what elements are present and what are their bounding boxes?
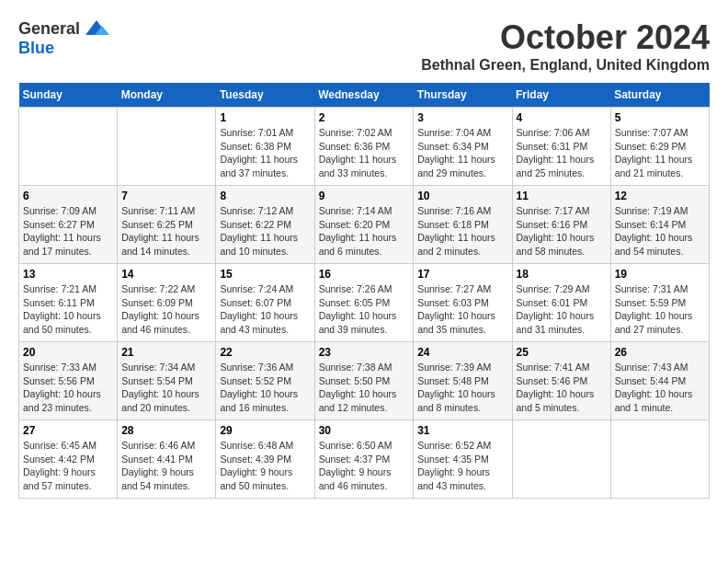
day-number: 22 (220, 346, 310, 359)
day-number: 5 (615, 111, 705, 124)
day-number: 29 (220, 424, 310, 437)
day-number: 20 (23, 346, 113, 359)
day-number: 1 (220, 111, 310, 124)
day-number: 13 (23, 268, 113, 281)
day-info: Sunrise: 7:01 AM Sunset: 6:38 PM Dayligh… (220, 126, 310, 180)
day-number: 15 (220, 268, 310, 281)
calendar-cell: 25Sunrise: 7:41 AM Sunset: 5:46 PM Dayli… (512, 342, 610, 420)
weekday-header-friday: Friday (512, 83, 610, 108)
calendar-cell: 6Sunrise: 7:09 AM Sunset: 6:27 PM Daylig… (19, 186, 118, 264)
day-number: 11 (517, 190, 607, 202)
calendar-cell: 7Sunrise: 7:11 AM Sunset: 6:25 PM Daylig… (118, 186, 216, 264)
day-number: 4 (517, 111, 607, 124)
day-info: Sunrise: 7:17 AM Sunset: 6:16 PM Dayligh… (517, 204, 607, 259)
weekday-header-row: SundayMondayTuesdayWednesdayThursdayFrid… (19, 83, 710, 108)
day-info: Sunrise: 7:26 AM Sunset: 6:05 PM Dayligh… (319, 282, 410, 337)
day-number: 27 (23, 424, 113, 437)
weekday-header-monday: Monday (118, 83, 216, 108)
day-info: Sunrise: 6:50 AM Sunset: 4:37 PM Dayligh… (319, 439, 410, 493)
calendar-cell: 2Sunrise: 7:02 AM Sunset: 6:36 PM Daylig… (314, 108, 414, 186)
calendar-cell: 28Sunrise: 6:46 AM Sunset: 4:41 PM Dayli… (118, 420, 216, 499)
logo-general: General (18, 19, 80, 39)
calendar-cell: 17Sunrise: 7:27 AM Sunset: 6:03 PM Dayli… (414, 264, 512, 342)
calendar-cell: 23Sunrise: 7:38 AM Sunset: 5:50 PM Dayli… (314, 342, 414, 420)
day-info: Sunrise: 7:27 AM Sunset: 6:03 PM Dayligh… (417, 282, 507, 337)
day-number: 6 (23, 190, 113, 202)
calendar-cell: 3Sunrise: 7:04 AM Sunset: 6:34 PM Daylig… (414, 108, 512, 186)
day-number: 7 (121, 190, 211, 202)
weekday-header-wednesday: Wednesday (314, 83, 414, 108)
day-number: 9 (319, 190, 410, 202)
day-info: Sunrise: 7:38 AM Sunset: 5:50 PM Dayligh… (319, 361, 410, 415)
calendar: SundayMondayTuesdayWednesdayThursdayFrid… (18, 83, 710, 499)
day-info: Sunrise: 7:43 AM Sunset: 5:44 PM Dayligh… (615, 361, 705, 415)
day-info: Sunrise: 7:34 AM Sunset: 5:54 PM Dayligh… (121, 361, 211, 415)
logo: General Blue (18, 18, 109, 58)
calendar-cell (118, 108, 216, 186)
week-row-4: 20Sunrise: 7:33 AM Sunset: 5:56 PM Dayli… (19, 342, 710, 420)
day-number: 10 (417, 190, 507, 202)
day-number: 26 (615, 346, 705, 359)
day-number: 14 (121, 268, 211, 281)
day-info: Sunrise: 7:11 AM Sunset: 6:25 PM Dayligh… (121, 204, 211, 259)
day-number: 21 (121, 346, 211, 359)
calendar-cell: 4Sunrise: 7:06 AM Sunset: 6:31 PM Daylig… (512, 108, 610, 186)
day-info: Sunrise: 7:02 AM Sunset: 6:36 PM Dayligh… (319, 126, 410, 180)
day-number: 2 (319, 111, 410, 124)
day-number: 12 (615, 190, 705, 202)
calendar-cell (512, 420, 610, 499)
day-number: 31 (417, 424, 507, 437)
logo-icon (84, 18, 109, 39)
calendar-cell: 15Sunrise: 7:24 AM Sunset: 6:07 PM Dayli… (216, 264, 314, 342)
day-info: Sunrise: 6:46 AM Sunset: 4:41 PM Dayligh… (121, 439, 211, 493)
day-info: Sunrise: 6:48 AM Sunset: 4:39 PM Dayligh… (220, 439, 310, 493)
calendar-cell: 27Sunrise: 6:45 AM Sunset: 4:42 PM Dayli… (19, 420, 118, 499)
weekday-header-thursday: Thursday (414, 83, 512, 108)
weekday-header-tuesday: Tuesday (216, 83, 314, 108)
calendar-cell: 21Sunrise: 7:34 AM Sunset: 5:54 PM Dayli… (118, 342, 216, 420)
day-number: 16 (319, 268, 410, 281)
day-info: Sunrise: 7:14 AM Sunset: 6:20 PM Dayligh… (319, 204, 410, 259)
day-info: Sunrise: 7:24 AM Sunset: 6:07 PM Dayligh… (220, 282, 310, 337)
calendar-cell: 20Sunrise: 7:33 AM Sunset: 5:56 PM Dayli… (19, 342, 118, 420)
calendar-cell: 1Sunrise: 7:01 AM Sunset: 6:38 PM Daylig… (216, 108, 314, 186)
day-number: 30 (319, 424, 410, 437)
calendar-cell: 9Sunrise: 7:14 AM Sunset: 6:20 PM Daylig… (314, 186, 414, 264)
day-number: 19 (615, 268, 705, 281)
calendar-cell: 19Sunrise: 7:31 AM Sunset: 5:59 PM Dayli… (610, 264, 709, 342)
calendar-cell: 26Sunrise: 7:43 AM Sunset: 5:44 PM Dayli… (610, 342, 709, 420)
day-info: Sunrise: 7:33 AM Sunset: 5:56 PM Dayligh… (23, 361, 113, 415)
calendar-cell: 8Sunrise: 7:12 AM Sunset: 6:22 PM Daylig… (216, 186, 314, 264)
week-row-3: 13Sunrise: 7:21 AM Sunset: 6:11 PM Dayli… (19, 264, 710, 342)
calendar-cell: 5Sunrise: 7:07 AM Sunset: 6:29 PM Daylig… (610, 108, 709, 186)
month-title: October 2024 (421, 18, 710, 57)
calendar-cell: 24Sunrise: 7:39 AM Sunset: 5:48 PM Dayli… (414, 342, 512, 420)
title-section: October 2024 Bethnal Green, England, Uni… (421, 18, 710, 74)
day-number: 8 (220, 190, 310, 202)
day-info: Sunrise: 7:06 AM Sunset: 6:31 PM Dayligh… (517, 126, 607, 180)
day-info: Sunrise: 7:31 AM Sunset: 5:59 PM Dayligh… (615, 282, 705, 337)
location-title: Bethnal Green, England, United Kingdom (421, 57, 710, 74)
day-number: 25 (517, 346, 607, 359)
day-info: Sunrise: 7:36 AM Sunset: 5:52 PM Dayligh… (220, 361, 310, 415)
weekday-header-saturday: Saturday (610, 83, 709, 108)
calendar-cell: 11Sunrise: 7:17 AM Sunset: 6:16 PM Dayli… (512, 186, 610, 264)
calendar-cell: 16Sunrise: 7:26 AM Sunset: 6:05 PM Dayli… (314, 264, 414, 342)
calendar-cell (19, 108, 118, 186)
calendar-cell: 10Sunrise: 7:16 AM Sunset: 6:18 PM Dayli… (414, 186, 512, 264)
day-info: Sunrise: 7:19 AM Sunset: 6:14 PM Dayligh… (615, 204, 705, 259)
week-row-1: 1Sunrise: 7:01 AM Sunset: 6:38 PM Daylig… (19, 108, 710, 186)
day-number: 28 (121, 424, 211, 437)
calendar-cell: 13Sunrise: 7:21 AM Sunset: 6:11 PM Dayli… (19, 264, 118, 342)
day-info: Sunrise: 7:39 AM Sunset: 5:48 PM Dayligh… (417, 361, 507, 415)
logo-blue: Blue (18, 39, 54, 57)
calendar-cell (610, 420, 709, 499)
day-info: Sunrise: 6:45 AM Sunset: 4:42 PM Dayligh… (23, 439, 113, 493)
day-info: Sunrise: 7:21 AM Sunset: 6:11 PM Dayligh… (23, 282, 113, 337)
day-info: Sunrise: 7:22 AM Sunset: 6:09 PM Dayligh… (121, 282, 211, 337)
weekday-header-sunday: Sunday (19, 83, 118, 108)
calendar-cell: 14Sunrise: 7:22 AM Sunset: 6:09 PM Dayli… (118, 264, 216, 342)
day-info: Sunrise: 7:29 AM Sunset: 6:01 PM Dayligh… (517, 282, 607, 337)
day-number: 24 (417, 346, 507, 359)
day-info: Sunrise: 7:16 AM Sunset: 6:18 PM Dayligh… (417, 204, 507, 259)
